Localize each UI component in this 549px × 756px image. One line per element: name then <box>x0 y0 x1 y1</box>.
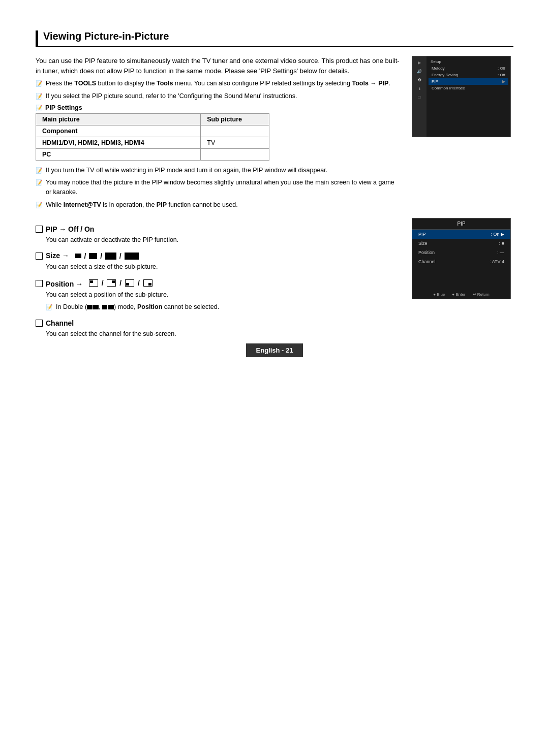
channel-title: Channel <box>36 319 402 327</box>
table-row3-col2 <box>201 148 269 160</box>
pos-icon-tl <box>89 279 98 287</box>
pos-icon-br <box>143 279 152 287</box>
tv-main-area: Setup Melody: Off Energy Saving: Off PIP… <box>426 56 510 137</box>
note-3: 📝 If you turn the TV off while watching … <box>36 166 402 175</box>
pos-icon-bl <box>125 279 134 287</box>
note-2: 📝 If you select the PIP picture sound, r… <box>36 91 402 101</box>
tv-menu-melody: Melody: Off <box>429 65 508 72</box>
note-5: 📝 While Internet@TV is in operation, the… <box>36 200 402 210</box>
pip-settings-icon: 📝 <box>36 105 43 111</box>
note-text-3: If you turn the TV off while watching in… <box>46 166 402 175</box>
pip-screen: PIP PIP: On ▶ Size: ■ Position: — Channe… <box>412 218 511 299</box>
pip-menu-title: PIP <box>412 218 510 230</box>
note-text-4: You may notice that the picture in the P… <box>46 178 402 197</box>
page-title: Viewing Picture-in-Picture <box>36 30 513 47</box>
table-row2-col1: HDMI1/DVI, HDMI2, HDMI3, HDMI4 <box>36 137 201 148</box>
position-checkbox <box>36 280 43 287</box>
pip-menu-position-row: Position: — <box>412 248 510 257</box>
tv-sidebar-icon-setup: ⚙ <box>418 78 421 82</box>
main-content: You can use the PIP feature to simultane… <box>36 56 402 213</box>
size-icon-xl <box>125 253 139 260</box>
tv-sidebar-icon-1: ▶ <box>418 60 421 65</box>
pos-icon-tr <box>107 279 116 287</box>
note-icon-5: 📝 <box>36 201 43 209</box>
pip-menu-channel-row: Channel: ATV 4 <box>412 257 510 266</box>
pip-menu-pip-row: PIP: On ▶ <box>412 230 510 239</box>
position-desc: You can select a position of the sub-pic… <box>46 290 402 300</box>
pip-settings-label: 📝 PIP Settings <box>36 104 402 111</box>
tv-menu-common-interface: Common Interface <box>429 85 508 91</box>
note-1: 📝 Press the TOOLS button to display the … <box>36 79 402 88</box>
table-col2-header: Sub picture <box>201 113 269 125</box>
pip-footer-blue: ● Blue <box>433 292 445 297</box>
position-icon-group: / / / <box>89 279 152 287</box>
position-note-icon: 📝 <box>46 303 53 311</box>
tv-screen: ▶ 🔊 ⚙ ℹ □ Setup Melody: Off Energy Savin… <box>412 56 511 137</box>
tv-sidebar-icon-2: 🔊 <box>417 69 422 74</box>
note-icon-4: 📝 <box>36 178 43 187</box>
position-note-text: In Double (, ) mode, Position cannot be … <box>56 302 402 312</box>
note-text-2: If you select the PIP picture sound, ref… <box>46 91 402 101</box>
tv-menu-energy: Energy Saving: Off <box>429 72 508 78</box>
note-icon-2: 📝 <box>36 92 43 101</box>
pip-footer-return: ↩ Return <box>473 292 490 297</box>
size-icon-sm <box>75 254 81 258</box>
channel-desc: You can select the channel for the sub-s… <box>46 329 402 339</box>
tv-sidebar-icon-3: ℹ <box>419 86 420 91</box>
note-icon-1: 📝 <box>36 79 43 88</box>
table-row2-col2: TV <box>201 137 269 148</box>
page-footer: English - 21 <box>0 343 549 357</box>
tv-menu-title: Setup <box>429 58 508 65</box>
pip-footer: ● Blue ● Enter ↩ Return <box>412 292 510 297</box>
size-desc: You can select a size of the sub-picture… <box>46 262 402 272</box>
pip-menu-size-row: Size: ■ <box>412 239 510 248</box>
tv-menu-pip: PIP▶ <box>429 78 508 85</box>
size-icon-md <box>89 253 97 259</box>
size-title: Size → / / / <box>36 251 402 260</box>
table-row1-col2 <box>201 125 269 137</box>
tv-sidebar-icon-4: □ <box>418 95 421 100</box>
pip-off-on-desc: You can activate or deactivate the PIP f… <box>46 235 402 245</box>
table-row3-col1: PC <box>36 148 201 160</box>
note-icon-3: 📝 <box>36 166 43 175</box>
position-title: Position → / / / <box>36 279 402 288</box>
page-container: Viewing Picture-in-Picture You can use t… <box>0 0 549 372</box>
intro-para: You can use the PIP feature to simultane… <box>36 56 402 76</box>
pip-footer-enter: ● Enter <box>452 292 465 297</box>
position-note: 📝 In Double (, ) mode, Position cannot b… <box>46 302 402 312</box>
pip-menu-screenshot: PIP PIP: On ▶ Size: ■ Position: — Channe… <box>412 218 513 342</box>
pip-off-on-checkbox <box>36 226 43 233</box>
pip-table: Main picture Sub picture Component HDMI1… <box>36 113 269 161</box>
table-row1-col1: Component <box>36 125 201 137</box>
note-4: 📝 You may notice that the picture in the… <box>36 178 402 197</box>
size-checkbox <box>36 253 43 260</box>
page-number-badge: English - 21 <box>246 343 303 357</box>
tv-sidebar: ▶ 🔊 ⚙ ℹ □ <box>412 56 426 137</box>
pip-off-on-title: PIP → Off / On <box>36 225 402 233</box>
channel-checkbox <box>36 320 43 327</box>
tv-setup-screenshot: ▶ 🔊 ⚙ ℹ □ Setup Melody: Off Energy Savin… <box>412 56 513 213</box>
size-icon-lg <box>105 253 116 260</box>
note-text-5: While Internet@TV is in operation, the P… <box>46 200 402 210</box>
note-text-1: Press the TOOLS button to display the To… <box>46 79 402 88</box>
size-icon-group: / / / <box>75 252 139 260</box>
table-col1-header: Main picture <box>36 113 201 125</box>
